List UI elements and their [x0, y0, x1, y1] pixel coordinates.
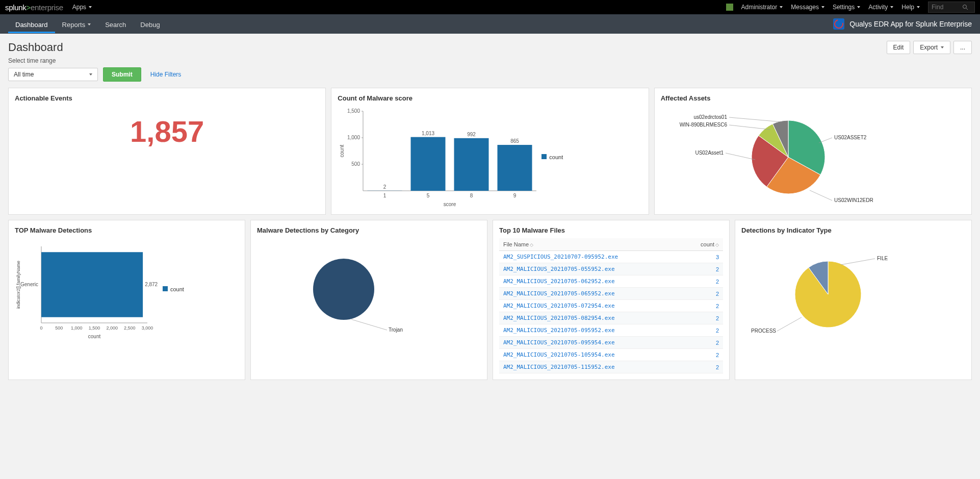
- svg-text:865: 865: [510, 138, 519, 144]
- topbar: splunk>enterprise Apps Administrator Mes…: [0, 0, 980, 14]
- caret-down-icon: [890, 6, 893, 8]
- caret-down-icon: [780, 6, 783, 8]
- malware-score-chart: 5001,0001,500211,013599288659scorecount: [338, 106, 541, 208]
- hide-filters-link[interactable]: Hide Filters: [150, 71, 182, 78]
- more-button[interactable]: ...: [953, 41, 972, 54]
- file-name-cell[interactable]: AM2_MALICIOUS_20210705-062952.exe: [499, 275, 683, 288]
- caret-down-icon: [89, 73, 92, 75]
- svg-line-28: [726, 153, 755, 160]
- svg-rect-16: [454, 138, 489, 191]
- caret-down-icon: [917, 6, 920, 8]
- svg-text:500: 500: [352, 161, 360, 167]
- by-category-chart: Trojan: [257, 238, 430, 345]
- svg-text:2: 2: [383, 184, 386, 190]
- svg-text:count: count: [88, 334, 101, 339]
- logo: splunk>enterprise: [5, 3, 63, 12]
- file-name-cell[interactable]: AM2_MALICIOUS_20210705-055952.exe: [499, 263, 683, 275]
- svg-text:8: 8: [470, 193, 473, 198]
- app-name: Qualys EDR App for Splunk Enterprise: [849, 20, 972, 28]
- settings-menu[interactable]: Settings: [833, 4, 860, 11]
- count-cell: 2: [683, 337, 723, 349]
- top-detections-chart: 05001,0001,5002,0002,5003,0002,872Generi…: [15, 238, 163, 340]
- count-cell: 2: [683, 300, 723, 312]
- svg-text:992: 992: [467, 132, 476, 137]
- table-row[interactable]: AM2_MALICIOUS_20210705-065952.exe2: [499, 288, 723, 300]
- apps-menu[interactable]: Apps: [72, 4, 92, 11]
- help-menu[interactable]: Help: [901, 4, 920, 11]
- messages-menu[interactable]: Messages: [791, 4, 824, 11]
- svg-line-26: [810, 190, 832, 200]
- timerange-dropdown[interactable]: All time: [8, 68, 98, 81]
- file-name-cell[interactable]: AM2_MALICIOUS_20210705-065952.exe: [499, 288, 683, 300]
- table-row[interactable]: AM2_MALICIOUS_20210705-072954.exe2: [499, 300, 723, 312]
- legend-label: count: [549, 154, 563, 160]
- nav-search[interactable]: Search: [98, 15, 133, 33]
- file-name-cell[interactable]: AM2_MALICIOUS_20210705-095954.exe: [499, 337, 683, 349]
- logo-text: splunk: [5, 3, 27, 12]
- svg-rect-13: [411, 137, 446, 191]
- count-cell: 2: [683, 312, 723, 324]
- svg-rect-19: [498, 145, 532, 191]
- submit-button[interactable]: Submit: [103, 67, 141, 82]
- export-button[interactable]: Export: [913, 41, 950, 54]
- table-row[interactable]: AM2_MALICIOUS_20210705-062952.exe2: [499, 275, 723, 288]
- panel-top-files: Top 10 Malware Files File Name◇ count◇ A…: [493, 220, 730, 380]
- table-row[interactable]: AM2_MALICIOUS_20210705-082954.exe2: [499, 312, 723, 324]
- svg-rect-43: [41, 252, 143, 317]
- timerange-label: Select time range: [0, 57, 980, 64]
- edit-button[interactable]: Edit: [887, 41, 911, 54]
- svg-text:1,013: 1,013: [422, 131, 434, 136]
- nav-debug[interactable]: Debug: [133, 15, 167, 33]
- nav-dashboard[interactable]: Dashboard: [8, 15, 55, 33]
- svg-text:us02edrctos01: us02edrctos01: [693, 114, 727, 120]
- caret-down-icon: [857, 6, 860, 8]
- nav-reports[interactable]: Reports: [55, 15, 98, 33]
- table-row[interactable]: AM2_MALICIOUS_20210705-055952.exe2: [499, 263, 723, 275]
- file-name-cell[interactable]: AM2_MALICIOUS_20210705-082954.exe: [499, 312, 683, 324]
- panel-actionable-events: Actionable Events 1,857: [8, 88, 326, 215]
- svg-point-48: [313, 259, 374, 320]
- svg-text:indicator2[].familyName: indicator2[].familyName: [16, 261, 21, 309]
- svg-text:Generic: Generic: [20, 282, 38, 287]
- svg-text:9: 9: [513, 193, 517, 198]
- table-row[interactable]: AM2_MALICIOUS_20210705-105954.exe2: [499, 349, 723, 361]
- file-name-cell[interactable]: AM2_MALICIOUS_20210705-095952.exe: [499, 324, 683, 337]
- svg-text:2,000: 2,000: [106, 325, 118, 331]
- table-row[interactable]: AM2_MALICIOUS_20210705-115952.exe2: [499, 361, 723, 373]
- svg-text:1,000: 1,000: [71, 325, 83, 331]
- svg-text:0: 0: [40, 325, 42, 331]
- caret-down-icon: [941, 46, 944, 48]
- admin-label: Administrator: [741, 4, 778, 11]
- panel-by-indicator: Detections by Indicator Type FILEPROCESS: [735, 220, 972, 380]
- activity-label: Activity: [868, 4, 888, 11]
- svg-line-51: [841, 259, 875, 265]
- count-cell: 2: [683, 288, 723, 300]
- file-name-cell[interactable]: AM2_MALICIOUS_20210705-072954.exe: [499, 300, 683, 312]
- table-row[interactable]: AM2_MALICIOUS_20210705-095954.exe2: [499, 337, 723, 349]
- col-count[interactable]: count◇: [683, 238, 723, 251]
- messages-label: Messages: [791, 4, 819, 11]
- panel-title: Detections by Indicator Type: [741, 226, 965, 234]
- svg-text:US02ASSET2: US02ASSET2: [834, 135, 867, 140]
- legend: count: [163, 286, 184, 292]
- file-name-cell[interactable]: AM2_SUSPICIOUS_20210707-095952.exe: [499, 251, 683, 263]
- table-row[interactable]: AM2_MALICIOUS_20210705-095952.exe2: [499, 324, 723, 337]
- svg-text:1,500: 1,500: [347, 108, 360, 114]
- panel-title: Top 10 Malware Files: [499, 226, 723, 234]
- svg-text:count: count: [339, 145, 345, 158]
- global-search[interactable]: [928, 2, 975, 13]
- table-row[interactable]: AM2_SUSPICIOUS_20210707-095952.exe3: [499, 251, 723, 263]
- activity-menu[interactable]: Activity: [868, 4, 893, 11]
- col-filename[interactable]: File Name◇: [499, 238, 683, 251]
- file-name-cell[interactable]: AM2_MALICIOUS_20210705-105954.exe: [499, 349, 683, 361]
- dashboard-grid: Actionable Events 1,857 Count of Malware…: [0, 88, 980, 393]
- file-name-cell[interactable]: AM2_MALICIOUS_20210705-115952.exe: [499, 361, 683, 373]
- svg-text:US02WIN12EDR: US02WIN12EDR: [834, 197, 873, 203]
- svg-text:PROCESS: PROCESS: [751, 328, 776, 334]
- admin-menu[interactable]: Administrator: [741, 4, 783, 11]
- panel-by-category: Malware Detections by Category Trojan: [250, 220, 487, 380]
- global-search-input[interactable]: [932, 4, 962, 11]
- svg-text:5: 5: [427, 193, 430, 198]
- panel-malware-score: Count of Malware score 5001,0001,500211,…: [331, 88, 649, 215]
- legend-swatch-icon: [163, 286, 168, 291]
